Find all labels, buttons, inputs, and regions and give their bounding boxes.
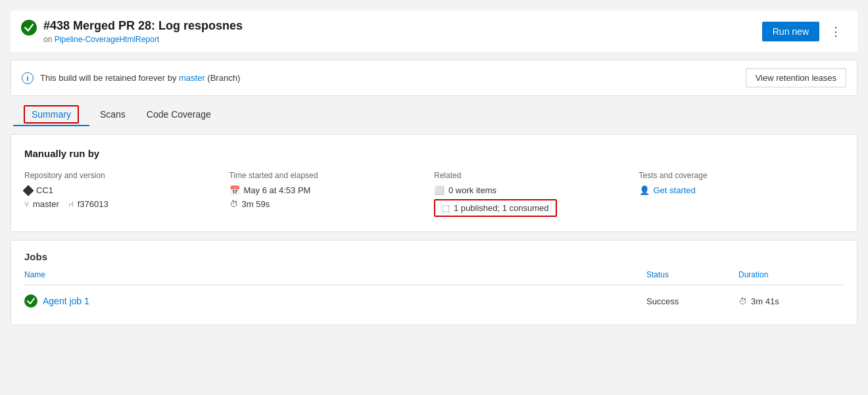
jobs-section: Jobs Name Status Duration Agent job 1 Su… bbox=[11, 240, 857, 325]
tests-col-label: Tests and coverage bbox=[639, 171, 844, 180]
tab-summary[interactable]: Summary bbox=[13, 104, 89, 126]
header-right: Run new ⋮ bbox=[762, 22, 847, 41]
jobs-col-duration: Duration bbox=[738, 270, 844, 279]
repo-diamond-icon bbox=[23, 185, 34, 196]
work-items-icon: ⬜ bbox=[434, 185, 445, 195]
pipeline-link[interactable]: Pipeline-CoverageHtmlReport bbox=[55, 35, 159, 44]
build-success-icon bbox=[21, 20, 37, 35]
branch-icon: ⑂ bbox=[24, 200, 29, 209]
tab-code-coverage[interactable]: Code Coverage bbox=[136, 104, 222, 126]
jobs-table-header: Name Status Duration bbox=[24, 270, 844, 285]
retention-text: This build will be retained forever by m… bbox=[40, 73, 240, 83]
related-col-label: Related bbox=[434, 171, 639, 180]
job-status: Success bbox=[646, 296, 738, 306]
elapsed-row: ⏱ 3m 59s bbox=[229, 199, 435, 209]
table-row: Agent job 1 Success ⏱ 3m 41s bbox=[24, 288, 844, 314]
tests-col: Tests and coverage 👤 Get started bbox=[639, 171, 844, 221]
work-items: 0 work items bbox=[448, 185, 496, 195]
branch-name: master bbox=[33, 199, 59, 209]
jobs-title: Jobs bbox=[24, 251, 844, 262]
tabs-bar: Summary Scans Code Coverage bbox=[11, 104, 857, 126]
person-icon: 👤 bbox=[639, 185, 650, 195]
calendar-icon: 📅 bbox=[229, 185, 240, 195]
jobs-col-status: Status bbox=[646, 270, 738, 279]
get-started-link[interactable]: Get started bbox=[654, 185, 696, 195]
repo-col-label: Repository and version bbox=[24, 171, 229, 180]
more-options-button[interactable]: ⋮ bbox=[825, 22, 847, 41]
info-icon: i bbox=[22, 72, 34, 84]
get-started-row: 👤 Get started bbox=[639, 185, 844, 195]
commit-hash: f376013 bbox=[78, 199, 108, 209]
clock-icon: ⏱ bbox=[229, 199, 238, 209]
run-info-grid: Repository and version CC1 ⑂ master ⑁ f3… bbox=[24, 171, 844, 221]
manually-run-title: Manually run by bbox=[24, 148, 844, 159]
tab-scans[interactable]: Scans bbox=[89, 104, 136, 126]
repo-col: Repository and version CC1 ⑂ master ⑁ f3… bbox=[24, 171, 229, 221]
artifact-icon: ⬚ bbox=[442, 203, 450, 213]
duration-clock-icon: ⏱ bbox=[738, 296, 747, 306]
header-title-block: #438 Merged PR 28: Log resposnes on Pipe… bbox=[43, 18, 243, 44]
work-items-row: ⬜ 0 work items bbox=[434, 185, 639, 195]
artifacts-row: ⬚ 1 published; 1 consumed bbox=[434, 199, 639, 217]
artifacts-text: 1 published; 1 consumed bbox=[454, 203, 549, 213]
job-name[interactable]: Agent job 1 bbox=[43, 296, 89, 306]
repo-name-row: CC1 bbox=[24, 185, 229, 195]
related-col: Related ⬜ 0 work items ⬚ 1 published; 1 … bbox=[434, 171, 639, 221]
page-header: #438 Merged PR 28: Log resposnes on Pipe… bbox=[11, 11, 857, 52]
manually-run-card: Manually run by Repository and version C… bbox=[11, 134, 857, 232]
tab-code-coverage-label: Code Coverage bbox=[147, 109, 211, 120]
duration-value: 3m 41s bbox=[751, 296, 779, 306]
view-retention-leases-button[interactable]: View retention leases bbox=[746, 68, 846, 87]
page-title: #438 Merged PR 28: Log resposnes bbox=[43, 18, 243, 34]
repo-name: CC1 bbox=[36, 185, 53, 195]
time-col: Time started and elapsed 📅 May 6 at 4:53… bbox=[229, 171, 435, 221]
retention-left: i This build will be retained forever by… bbox=[22, 72, 240, 84]
job-success-icon bbox=[24, 294, 37, 308]
tab-summary-label: Summary bbox=[24, 105, 79, 124]
retention-banner: i This build will be retained forever by… bbox=[11, 60, 857, 96]
time-col-label: Time started and elapsed bbox=[229, 171, 435, 180]
header-left: #438 Merged PR 28: Log resposnes on Pipe… bbox=[21, 18, 243, 44]
jobs-col-name: Name bbox=[24, 270, 646, 279]
start-time: May 6 at 4:53 PM bbox=[244, 185, 311, 195]
elapsed-time: 3m 59s bbox=[242, 199, 270, 209]
job-duration: ⏱ 3m 41s bbox=[738, 296, 844, 306]
tab-scans-label: Scans bbox=[100, 109, 126, 120]
branch-row: ⑂ master ⑁ f376013 bbox=[24, 199, 229, 209]
branch-label: (Branch) bbox=[207, 73, 240, 83]
commit-icon: ⑁ bbox=[68, 199, 74, 209]
run-new-button[interactable]: Run new bbox=[762, 22, 819, 41]
job-name-cell: Agent job 1 bbox=[24, 294, 646, 308]
artifacts-box: ⬚ 1 published; 1 consumed bbox=[434, 199, 557, 217]
start-time-row: 📅 May 6 at 4:53 PM bbox=[229, 185, 435, 195]
header-subtitle: on Pipeline-CoverageHtmlReport bbox=[43, 35, 243, 44]
master-branch-link[interactable]: master bbox=[179, 73, 205, 83]
